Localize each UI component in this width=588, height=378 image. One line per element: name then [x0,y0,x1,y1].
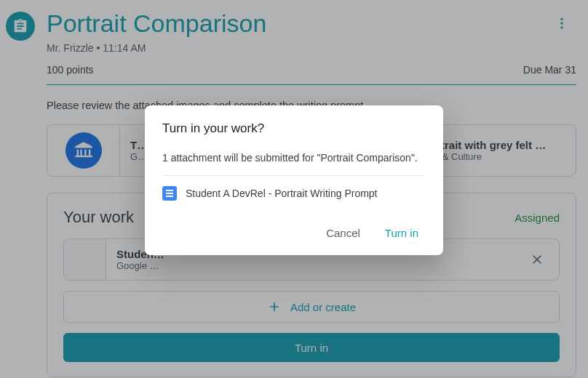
dialog-body: 1 attachment will be submitted for "Port… [162,152,426,164]
google-docs-icon [162,186,177,201]
cancel-button[interactable]: Cancel [319,221,368,245]
confirm-turn-in-button[interactable]: Turn in [378,221,426,245]
dialog-attachment-row: Student A DevRel - Portrait Writing Prom… [162,186,426,201]
dialog-attachment-name: Student A DevRel - Portrait Writing Prom… [186,188,378,199]
dialog-divider [162,175,426,176]
turn-in-dialog: Turn in your work? 1 attachment will be … [145,105,443,255]
modal-scrim[interactable]: Turn in your work? 1 attachment will be … [0,0,588,378]
dialog-actions: Cancel Turn in [162,221,426,245]
dialog-title: Turn in your work? [162,121,426,136]
